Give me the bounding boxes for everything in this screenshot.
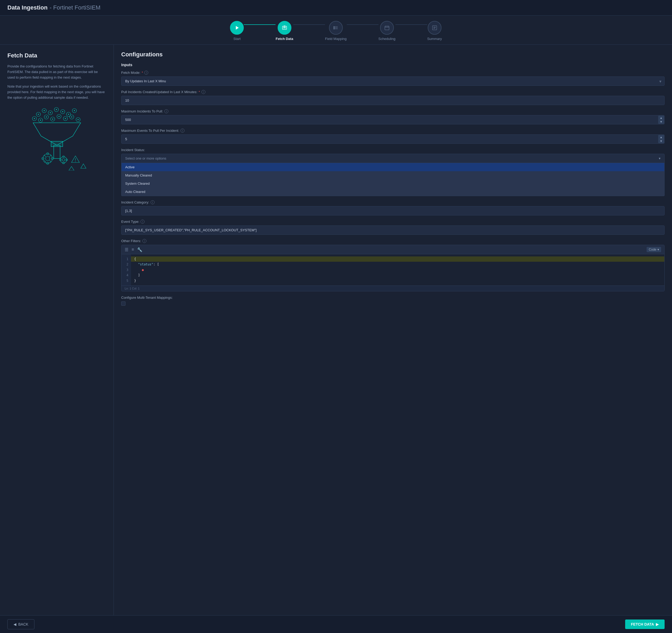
code-toolbar: ☰ ≡ 🔧 Code ▾ (121, 245, 664, 254)
fetch-label: FETCH DATA (631, 622, 654, 626)
option-auto-cleared[interactable]: Auto Cleared (121, 188, 664, 196)
svg-point-38 (56, 109, 57, 110)
footer: ◀ BACK FETCH DATA ▶ (0, 615, 672, 633)
toolbar-indent-icon[interactable]: ≡ (131, 247, 134, 252)
svg-line-61 (44, 161, 46, 162)
svg-point-9 (334, 26, 334, 27)
svg-line-59 (49, 161, 51, 162)
svg-point-40 (68, 114, 69, 115)
step-summary[interactable]: Summary (427, 21, 442, 41)
fetch-mode-select[interactable]: By Updates In Last X Minu (121, 76, 665, 86)
option-active[interactable]: Active (121, 163, 664, 171)
max-events-info-icon[interactable]: i (181, 129, 185, 132)
fetch-mode-group: Fetch Mode: * i By Updates In Last X Min… (121, 71, 665, 86)
code-line-4: ] (134, 273, 661, 278)
incident-category-info-icon[interactable]: i (151, 200, 154, 204)
header: Data Ingestion - Fortinet FortiSIEM (0, 0, 672, 16)
step-field-mapping[interactable]: Field Mapping (325, 21, 347, 41)
svg-point-10 (334, 27, 334, 28)
fetch-mode-info-icon[interactable]: i (144, 71, 148, 75)
svg-point-48 (71, 117, 72, 118)
line-num-2: 2 (124, 262, 128, 267)
funnel-illustration (7, 107, 106, 170)
max-events-label: Maximum Events To Pull Per Incident: i (121, 129, 665, 132)
svg-point-43 (40, 120, 41, 121)
connector-3 (347, 24, 379, 25)
incident-status-header[interactable]: Select one or more options ▾ (121, 154, 665, 163)
toolbar-list-icon[interactable]: ☰ (125, 247, 128, 252)
connector-1 (244, 24, 275, 25)
event-type-info-icon[interactable]: i (141, 220, 145, 224)
step-start-circle (230, 21, 244, 35)
incident-category-label: Incident Category: i (121, 200, 665, 204)
max-incidents-input[interactable]: 500 (121, 115, 665, 124)
back-arrow-icon: ◀ (14, 622, 17, 626)
incident-category-group: Incident Category: i [1,3] (121, 200, 665, 215)
event-type-input[interactable]: ["PH_RULE_SYS_USER_CREATED","PH_RULE_ACC… (121, 225, 665, 235)
svg-point-35 (38, 114, 39, 115)
code-content[interactable]: { "status": [ ● ] } (131, 254, 664, 286)
svg-point-45 (52, 119, 53, 120)
fetch-data-button[interactable]: FETCH DATA ▶ (625, 619, 665, 629)
svg-point-44 (46, 117, 47, 118)
incident-category-input[interactable]: [1,3] (121, 206, 665, 215)
svg-rect-50 (54, 145, 60, 159)
code-dropdown[interactable]: Code ▾ (647, 247, 661, 252)
svg-point-5 (284, 26, 285, 27)
app-subtitle: - Fortinet FortiSIEM (50, 4, 101, 11)
line-numbers: 1 2 3 4 5 (121, 254, 131, 286)
pull-incidents-group: Pull Incidents Created/Updated In Last X… (121, 90, 665, 105)
other-filters-info-icon[interactable]: i (142, 239, 146, 243)
step-field-mapping-label: Field Mapping (325, 37, 347, 41)
code-line-1: { (131, 257, 664, 262)
panel-title: Fetch Data (7, 52, 106, 59)
max-incidents-group: Maximum Incidents To Pull: i 500 ▲ ▼ (121, 109, 665, 124)
max-incidents-info-icon[interactable]: i (164, 109, 168, 113)
max-incidents-wrapper: 500 ▲ ▼ (121, 115, 665, 124)
step-field-mapping-circle (329, 21, 343, 35)
option-manually-cleared[interactable]: Manually Cleared (121, 171, 664, 179)
max-events-down[interactable]: ▼ (658, 139, 664, 143)
svg-rect-51 (51, 141, 63, 147)
step-fetch-data-circle (278, 21, 291, 35)
event-type-group: Event Type: i ["PH_RULE_SYS_USER_CREATED… (121, 220, 665, 235)
section-inputs: Inputs (121, 63, 665, 67)
step-fetch-data[interactable]: Fetch Data (275, 21, 293, 41)
line-num-1: 1 (124, 257, 128, 262)
stepper: Start Fetch Data Field (0, 16, 672, 45)
config-title: Configurations (121, 51, 665, 58)
svg-point-42 (34, 118, 35, 119)
option-system-cleared[interactable]: System Cleared (121, 179, 664, 188)
svg-marker-0 (236, 26, 239, 30)
pull-incidents-input[interactable]: 10 (121, 96, 665, 105)
step-start[interactable]: Start (230, 21, 244, 41)
code-line-2: "status": [ (134, 262, 661, 267)
svg-rect-12 (385, 26, 389, 30)
max-incidents-up[interactable]: ▲ (658, 116, 664, 120)
pull-incidents-required: * (199, 90, 200, 94)
max-events-group: Maximum Events To Pull Per Incident: i 5… (121, 129, 665, 144)
pull-incidents-info-icon[interactable]: i (201, 90, 206, 94)
max-incidents-down[interactable]: ▼ (658, 120, 664, 124)
svg-point-47 (65, 118, 66, 119)
back-button[interactable]: ◀ BACK (7, 619, 34, 629)
panel-desc-2: Note that your ingestion will work based… (7, 84, 106, 100)
svg-point-37 (50, 112, 51, 113)
max-events-input[interactable]: 5 (121, 135, 665, 144)
max-incidents-label: Maximum Incidents To Pull: i (121, 109, 665, 113)
svg-point-39 (62, 111, 63, 112)
svg-point-63 (62, 159, 65, 161)
svg-marker-72 (69, 167, 74, 170)
svg-line-58 (44, 155, 46, 157)
code-statusbar: Ln: 1 Col: 1 (121, 286, 664, 291)
step-scheduling[interactable]: Scheduling (379, 21, 395, 41)
fetch-mode-required: * (142, 71, 143, 75)
fetch-mode-select-wrapper: By Updates In Last X Minu (121, 76, 665, 86)
toolbar-wrench-icon[interactable]: 🔧 (137, 247, 142, 252)
max-events-up[interactable]: ▲ (658, 135, 664, 139)
step-scheduling-label: Scheduling (379, 37, 395, 41)
code-line-5: } (134, 278, 661, 284)
multi-tenant-checkbox[interactable] (121, 301, 125, 306)
event-type-label: Event Type: i (121, 220, 665, 224)
step-summary-circle (428, 21, 441, 35)
